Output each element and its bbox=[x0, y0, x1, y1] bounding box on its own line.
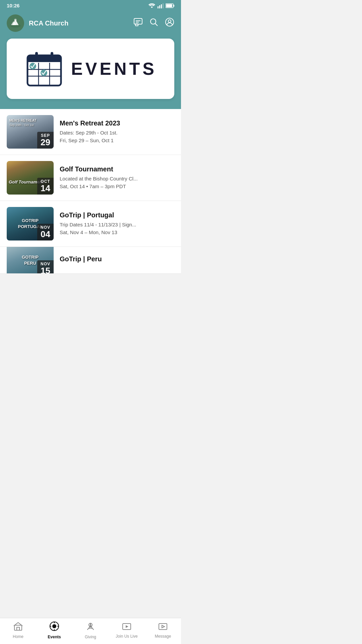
calendar-icon bbox=[24, 49, 64, 89]
event-date-badge-gotrip-peru: NOV 15 bbox=[37, 260, 54, 274]
account-icon-svg bbox=[165, 17, 174, 27]
events-title: EVENTS bbox=[71, 59, 157, 79]
status-bar: 10:26 bbox=[0, 0, 181, 11]
event-subtitle1-gotrip-portugal: Trip Dates 11/4 - 11/13/23 | Sign... bbox=[60, 221, 174, 229]
event-day: 15 bbox=[41, 266, 50, 274]
svg-rect-23 bbox=[51, 52, 53, 59]
event-item-gotrip-peru[interactable]: GOTRIPPERU NOV 15 GoTrip | Peru bbox=[0, 247, 181, 274]
status-icons bbox=[148, 3, 174, 8]
event-day: 29 bbox=[41, 138, 50, 147]
event-thumb-gotrip-peru: GOTRIPPERU NOV 15 bbox=[7, 247, 54, 274]
chat-icon[interactable] bbox=[133, 18, 143, 29]
events-banner: EVENTS bbox=[0, 39, 181, 109]
svg-point-10 bbox=[14, 19, 17, 21]
event-date-badge-golf-tournament: OCT 14 bbox=[37, 178, 54, 195]
event-subtitle1-mens-retreat: Dates: Sep 29th - Oct 1st. bbox=[60, 129, 174, 137]
search-icon[interactable] bbox=[149, 18, 158, 29]
account-icon[interactable] bbox=[165, 17, 174, 29]
logo-icon bbox=[9, 17, 22, 30]
app-name: RCA Church bbox=[29, 19, 68, 27]
event-day: 04 bbox=[41, 230, 50, 238]
event-date-badge-mens-retreat: SEP 29 bbox=[37, 132, 54, 149]
event-name-mens-retreat: Men's Retreat 2023 bbox=[60, 119, 174, 127]
svg-rect-5 bbox=[174, 5, 175, 7]
svg-rect-3 bbox=[163, 3, 164, 8]
svg-line-16 bbox=[155, 23, 158, 26]
event-subtitle2-mens-retreat: Fri, Sep 29 – Sun, Oct 1 bbox=[60, 137, 174, 145]
svg-rect-21 bbox=[27, 59, 61, 62]
event-subtitle2-golf-tournament: Sat, Oct 14 • 7am – 3pm PDT bbox=[60, 183, 174, 191]
app-header: RCA Church bbox=[0, 11, 181, 39]
events-card: EVENTS bbox=[7, 39, 174, 99]
svg-rect-22 bbox=[35, 52, 38, 59]
event-info-gotrip-portugal: GoTrip | Portugal Trip Dates 11/4 - 11/1… bbox=[60, 211, 174, 236]
signal-icon bbox=[158, 3, 164, 8]
event-item-golf-tournament[interactable]: Golf Tournament OCT 14 Golf Tournament L… bbox=[0, 155, 181, 201]
search-icon-svg bbox=[149, 18, 158, 26]
svg-rect-11 bbox=[134, 18, 142, 24]
wifi-icon bbox=[148, 3, 156, 8]
event-name-gotrip-peru: GoTrip | Peru bbox=[60, 255, 174, 263]
event-thumb-gotrip-portugal: GOTRIPPORTUGAL NOV 04 bbox=[7, 207, 54, 240]
event-info-gotrip-peru: GoTrip | Peru bbox=[60, 255, 174, 265]
event-info-golf-tournament: Golf Tournament Located at the Bishop Co… bbox=[60, 165, 174, 190]
header-actions bbox=[133, 17, 174, 29]
event-info-mens-retreat: Men's Retreat 2023 Dates: Sep 29th - Oct… bbox=[60, 119, 174, 144]
event-item-gotrip-portugal[interactable]: GOTRIPPORTUGAL NOV 04 GoTrip | Portugal … bbox=[0, 201, 181, 247]
svg-rect-12 bbox=[135, 24, 138, 26]
svg-point-18 bbox=[168, 20, 171, 22]
svg-rect-2 bbox=[161, 4, 162, 8]
event-subtitle2-gotrip-portugal: Sat, Nov 4 – Mon, Nov 13 bbox=[60, 229, 174, 236]
chat-icon-svg bbox=[133, 18, 143, 26]
app-logo[interactable] bbox=[7, 14, 24, 32]
event-name-gotrip-portugal: GoTrip | Portugal bbox=[60, 211, 174, 219]
time: 10:26 bbox=[7, 3, 19, 8]
svg-rect-6 bbox=[166, 4, 172, 7]
header-left: RCA Church bbox=[7, 14, 68, 32]
event-thumb-mens-retreat: MEN'S RETREATSep 29th - Oct 1st SEP 29 bbox=[7, 115, 54, 149]
event-day: 14 bbox=[41, 184, 50, 193]
event-name-golf-tournament: Golf Tournament bbox=[60, 165, 174, 173]
svg-rect-0 bbox=[158, 6, 159, 8]
event-item-mens-retreat[interactable]: MEN'S RETREATSep 29th - Oct 1st SEP 29 M… bbox=[0, 109, 181, 155]
battery-icon bbox=[166, 3, 174, 8]
event-subtitle1-golf-tournament: Located at the Bishop Country Cl... bbox=[60, 175, 174, 183]
event-date-badge-gotrip-portugal: NOV 04 bbox=[37, 224, 54, 240]
svg-rect-1 bbox=[159, 5, 160, 8]
svg-point-15 bbox=[150, 19, 156, 24]
event-thumb-golf-tournament: Golf Tournament OCT 14 bbox=[7, 161, 54, 195]
event-list: MEN'S RETREATSep 29th - Oct 1st SEP 29 M… bbox=[0, 109, 181, 274]
